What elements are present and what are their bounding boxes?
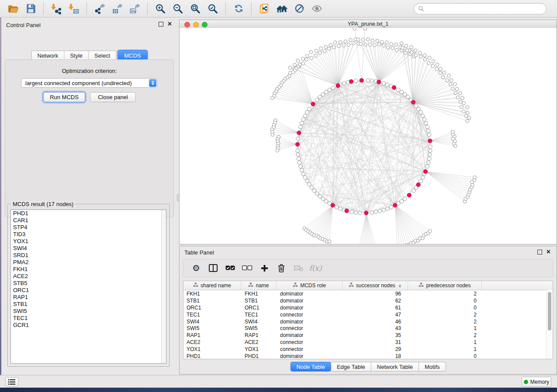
- zoom-selected-icon[interactable]: [206, 2, 220, 16]
- mcds-result-item[interactable]: YOX1: [11, 238, 166, 245]
- column-header-successor-nodes[interactable]: successor nodes∨: [343, 281, 408, 290]
- network-window-titlebar[interactable]: YPA_prune.txt_1: [180, 20, 557, 28]
- column-header-name[interactable]: name: [241, 281, 277, 290]
- table-row[interactable]: SWI5SWI5connector431: [183, 325, 553, 332]
- table-row[interactable]: TEC1TEC1connector472: [183, 311, 553, 318]
- table-row[interactable]: YOX1YOX1connector291: [183, 346, 553, 353]
- mcds-result-item[interactable]: CAR1: [11, 217, 166, 224]
- table-settings-gear-icon[interactable]: ⚙: [190, 264, 202, 272]
- cell-role: dominator: [277, 319, 343, 325]
- cell-succ: 96: [343, 291, 408, 297]
- mcds-result-item[interactable]: PMA2: [11, 259, 166, 266]
- criterion-dropdown[interactable]: largest connected component (undirected): [21, 78, 157, 88]
- save-session-icon[interactable]: [24, 2, 38, 16]
- search-input[interactable]: [427, 5, 542, 12]
- table-scrollbar[interactable]: [546, 290, 553, 359]
- open-session-icon[interactable]: [6, 2, 20, 16]
- mcds-result-list[interactable]: PHD1CAR1STP4TID3YOX1SWI4SRD1PMA2FKH1ACE2…: [10, 210, 166, 364]
- mcds-result-item[interactable]: STP4: [11, 224, 166, 231]
- search-field[interactable]: [414, 3, 547, 14]
- mcds-result-item[interactable]: RAP1: [11, 294, 166, 301]
- table-row[interactable]: FKH1FKH1dominator962: [183, 290, 553, 297]
- network-canvas[interactable]: [180, 28, 557, 244]
- task-history-button[interactable]: [5, 377, 18, 387]
- column-header-predecessor-nodes[interactable]: predecessor nodes: [408, 281, 482, 290]
- mcds-result-groupbox: MCDS result (17 nodes) PHD1CAR1STP4TID3Y…: [7, 204, 170, 367]
- table-row[interactable]: SWI4SWI4dominator462: [183, 318, 553, 325]
- select-all-rows-icon[interactable]: [225, 265, 236, 271]
- cell-name: RAP1: [241, 332, 277, 338]
- table-row[interactable]: ACE2ACE2connector311: [183, 339, 553, 346]
- delete-column-trash-icon[interactable]: [276, 264, 287, 272]
- memory-status-dot-icon: [524, 380, 528, 384]
- zoom-in-icon[interactable]: [153, 2, 167, 16]
- export-image-icon[interactable]: [128, 2, 142, 16]
- mcds-list-scrollbar[interactable]: [161, 210, 166, 363]
- add-column-icon[interactable]: [259, 265, 270, 272]
- cell-pred: 0: [408, 298, 482, 304]
- tab-edge-table[interactable]: Edge Table: [331, 362, 371, 371]
- mcds-result-item[interactable]: STB5: [11, 280, 166, 287]
- cell-name: YOX1: [241, 346, 277, 352]
- memory-button[interactable]: Memory: [522, 377, 551, 387]
- mcds-result-item[interactable]: SWI4: [11, 245, 166, 252]
- table-row[interactable]: RAP1RAP1dominator352: [183, 332, 553, 339]
- tab-network[interactable]: Network: [31, 51, 64, 60]
- refresh-layout-icon[interactable]: [232, 2, 246, 16]
- run-mcds-button[interactable]: Run MCDS: [43, 92, 85, 102]
- zoom-fit-icon[interactable]: [188, 2, 202, 16]
- show-columns-icon[interactable]: [208, 264, 219, 272]
- cell-pred: 2: [408, 312, 482, 318]
- hide-graphics-details-icon[interactable]: [292, 2, 306, 16]
- table-row[interactable]: STB1STB1dominator620: [183, 297, 553, 304]
- tab-style[interactable]: Style: [64, 51, 89, 60]
- float-panel-icon[interactable]: [159, 22, 163, 27]
- mcds-result-item[interactable]: SWI5: [11, 308, 166, 315]
- mcds-result-item[interactable]: ORC1: [11, 287, 166, 294]
- cell-name: ACE2: [241, 339, 277, 345]
- cell-name: TEC1: [241, 312, 277, 318]
- criterion-value: largest connected component (undirected): [25, 80, 132, 86]
- mcds-result-item[interactable]: STB1: [11, 301, 166, 308]
- mcds-result-item[interactable]: ACE2: [11, 273, 166, 280]
- column-header-shared-name[interactable]: shared name: [183, 281, 241, 290]
- show-view-eye-icon[interactable]: [310, 2, 324, 16]
- mcds-result-item[interactable]: GCR1: [11, 322, 166, 329]
- mcds-result-item[interactable]: TID3: [11, 231, 166, 238]
- deselect-all-rows-icon[interactable]: [242, 265, 253, 271]
- table-scrollbar-thumb[interactable]: [548, 292, 551, 330]
- close-panel-icon[interactable]: ×: [168, 21, 172, 27]
- export-network-icon[interactable]: [93, 2, 107, 16]
- mcds-tab-content: Optimization criterion: largest connecte…: [5, 59, 174, 217]
- sort-descending-icon[interactable]: ∨: [398, 283, 401, 288]
- column-header-MCDS-role[interactable]: MCDS role: [277, 281, 343, 290]
- table-row[interactable]: ORC1ORC1dominator610: [183, 304, 553, 311]
- float-panel-icon[interactable]: [537, 250, 542, 254]
- mcds-result-item[interactable]: FKH1: [11, 266, 166, 273]
- cell-succ: 47: [343, 312, 408, 318]
- table-row[interactable]: PHD1PHD1dominator180: [183, 353, 553, 359]
- toolbar-separator: [147, 3, 148, 15]
- tab-select[interactable]: Select: [89, 51, 116, 60]
- zoom-out-icon[interactable]: [171, 2, 185, 16]
- tab-network-table[interactable]: Network Table: [371, 362, 419, 371]
- cell-role: connector: [277, 312, 343, 318]
- import-table-icon[interactable]: [67, 2, 81, 16]
- close-panel-icon[interactable]: ×: [547, 249, 550, 254]
- table-header-row: shared namenameMCDS rolesuccessor nodes∨…: [183, 281, 553, 290]
- close-panel-button[interactable]: Close panel: [90, 92, 136, 102]
- tab-motifs[interactable]: Motifs: [419, 362, 446, 371]
- mcds-result-item[interactable]: TEC1: [11, 315, 166, 322]
- network-graph: [180, 28, 556, 244]
- cell-pred: 1: [408, 346, 482, 352]
- new-network-from-file-icon[interactable]: [257, 2, 271, 16]
- import-network-icon[interactable]: [49, 2, 63, 16]
- mcds-result-item[interactable]: SRD1: [11, 252, 166, 259]
- export-table-icon[interactable]: [110, 2, 124, 16]
- cell-shared: TEC1: [183, 312, 241, 318]
- cell-role: connector: [277, 346, 343, 352]
- show-all-networks-icon[interactable]: [275, 2, 289, 16]
- application-window: Control Panel × NetworkStyleSelectMCDS O…: [0, 0, 557, 392]
- tab-node-table[interactable]: Node Table: [290, 362, 331, 371]
- mcds-result-item[interactable]: PHD1: [11, 210, 166, 217]
